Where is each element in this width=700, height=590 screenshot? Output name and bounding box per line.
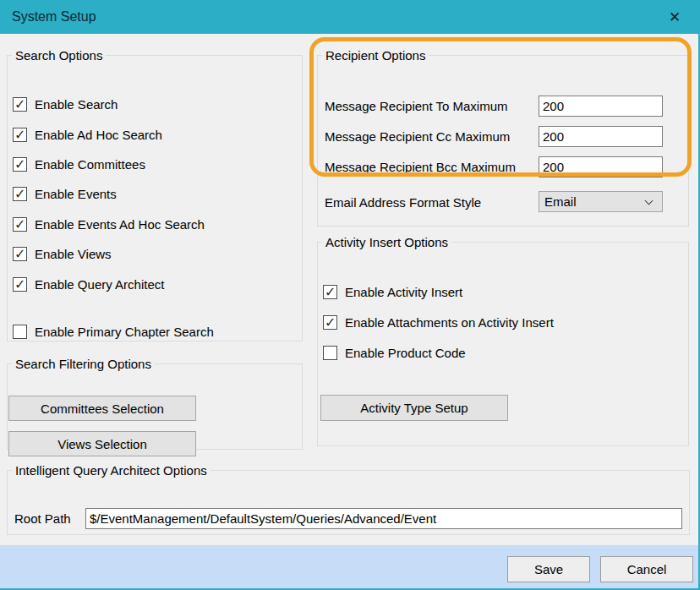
checkbox-row-enable-views: Enable Views [13, 247, 112, 261]
enable-activity-insert-checkbox[interactable] [323, 285, 337, 299]
enable-search-label: Enable Search [35, 97, 118, 112]
email-format-style-value: Email [544, 194, 577, 209]
root-path-label: Root Path [14, 511, 71, 526]
enable-activity-insert-label: Enable Activity Insert [345, 285, 462, 299]
checkbox-row-enable-activity-insert: Enable Activity Insert [323, 285, 462, 299]
email-format-style-dropdown[interactable]: Email [539, 191, 663, 212]
enable-views-checkbox[interactable] [13, 247, 27, 261]
search-options-group: Search Options Enable Search Enable Ad H… [7, 48, 303, 341]
recipient-options-title: Recipient Options [322, 48, 429, 63]
activity-insert-options-group: Activity Insert Options Enable Activity … [317, 235, 689, 446]
enable-query-architect-label: Enable Query Architect [35, 277, 164, 292]
recipient-options-group: Recipient Options Message Recipient To M… [317, 48, 689, 227]
enable-query-architect-checkbox[interactable] [13, 277, 27, 292]
checkbox-row-enable-ad-hoc-search: Enable Ad Hoc Search [13, 128, 162, 142]
recipient-bcc-max-input[interactable] [539, 156, 663, 178]
system-setup-dialog: System Setup ✕ Search Options Enable Sea… [0, 0, 700, 590]
recipient-cc-max-label: Message Recipient Cc Maximum [325, 129, 510, 144]
root-path-input[interactable] [85, 508, 682, 529]
recipient-to-max-label: Message Recipient To Maximum [325, 99, 507, 113]
enable-product-code-label: Enable Product Code [345, 346, 466, 360]
enable-views-label: Enable Views [35, 247, 112, 261]
search-filtering-options-title: Search Filtering Options [12, 357, 155, 371]
enable-committees-checkbox[interactable] [13, 157, 27, 172]
checkbox-row-enable-product-code: Enable Product Code [323, 346, 466, 360]
titlebar: System Setup [0, 0, 698, 34]
window-title: System Setup [12, 9, 96, 25]
checkbox-row-enable-events: Enable Events [13, 187, 117, 201]
enable-search-checkbox[interactable] [13, 97, 27, 112]
enable-attachments-on-activity-insert-label: Enable Attachments on Activity Insert [345, 315, 554, 330]
query-architect-options-group: Intelligent Query Architect Options Root… [7, 463, 690, 535]
query-architect-options-title: Intelligent Query Architect Options [12, 463, 211, 478]
search-filtering-options-group: Search Filtering Options Committees Sele… [7, 357, 303, 450]
checkbox-row-enable-query-architect: Enable Query Architect [13, 277, 164, 292]
enable-events-checkbox[interactable] [13, 187, 27, 201]
enable-committees-label: Enable Committees [35, 157, 145, 172]
chevron-down-icon [645, 197, 654, 205]
enable-product-code-checkbox[interactable] [323, 346, 337, 360]
recipient-bcc-max-label: Message Recipient Bcc Maximum [325, 160, 516, 174]
recipient-to-max-input[interactable] [539, 96, 663, 117]
checkbox-row-enable-events-ad-hoc-search: Enable Events Ad Hoc Search [13, 217, 205, 232]
enable-primary-chapter-search-label: Enable Primary Chapter Search [35, 325, 214, 339]
save-button[interactable]: Save [507, 556, 590, 582]
email-format-style-label: Email Address Format Style [325, 195, 481, 210]
enable-attachments-on-activity-insert-checkbox[interactable] [323, 315, 337, 330]
enable-events-ad-hoc-search-label: Enable Events Ad Hoc Search [35, 217, 205, 232]
checkbox-row-enable-search: Enable Search [13, 97, 118, 112]
enable-events-ad-hoc-search-checkbox[interactable] [13, 217, 27, 232]
enable-events-label: Enable Events [35, 187, 117, 201]
search-options-title: Search Options [12, 48, 106, 63]
enable-primary-chapter-search-checkbox[interactable] [13, 325, 27, 339]
recipient-cc-max-input[interactable] [539, 126, 663, 147]
enable-ad-hoc-search-checkbox[interactable] [13, 128, 27, 142]
activity-type-setup-button[interactable]: Activity Type Setup [320, 395, 508, 421]
enable-ad-hoc-search-label: Enable Ad Hoc Search [35, 128, 162, 142]
committees-selection-button[interactable]: Committees Selection [8, 396, 196, 421]
checkbox-row-enable-attachments-on-activity-insert: Enable Attachments on Activity Insert [323, 315, 554, 330]
cancel-button[interactable]: Cancel [600, 556, 693, 582]
close-icon[interactable]: ✕ [658, 0, 692, 34]
views-selection-button[interactable]: Views Selection [8, 431, 196, 456]
checkbox-row-enable-committees: Enable Committees [13, 157, 145, 172]
activity-insert-options-title: Activity Insert Options [322, 235, 451, 249]
footer-bar: Save Cancel [0, 545, 698, 590]
checkbox-row-enable-primary-chapter-search: Enable Primary Chapter Search [13, 325, 214, 339]
